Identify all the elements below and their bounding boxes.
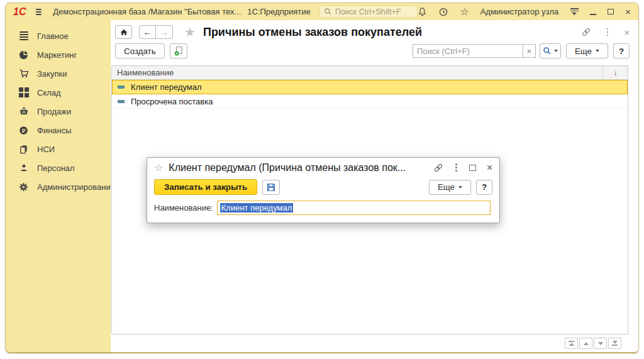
list-toolbar-right: Поиск (Ctrl+F) × Еще [413,43,630,58]
sidebar-item-nsi[interactable]: НСИ [6,140,111,158]
1c-logo: 1С [13,6,26,18]
basket-icon [18,106,29,116]
dialog-help-label: ? [482,182,487,192]
list-search-input[interactable]: Поиск (Ctrl+F) [413,44,523,58]
row-name: Просрочена поставка [131,97,213,106]
page-title: Причины отмены заказов покупателей [203,26,422,39]
scroll-down-button[interactable] [594,338,607,349]
search-icon [543,47,552,55]
global-search-input[interactable]: Поиск Ctrl+Shift+F [319,6,418,18]
chevron-down-icon [554,50,558,52]
floppy-save-icon [266,182,276,192]
app-window: 1С Демонстрационная база /Магазин "Бытов… [5,3,639,353]
search-icon [324,8,332,16]
name-input[interactable]: Клиент передумал [217,201,491,215]
star-outline-icon[interactable]: ☆ [154,163,163,173]
warehouse-grid-icon [18,87,29,97]
more-button-label: Еще [575,47,592,56]
clear-search-button[interactable]: × [523,44,536,58]
sidebar-item-label: Маркетинг [37,50,77,60]
scroll-up-button[interactable] [579,338,592,349]
sidebar-item-main[interactable]: Главное [6,26,111,45]
sidebar-item-label: Продажи [37,107,71,116]
get-link-icon[interactable] [581,27,591,37]
topbar-right-cluster: ☆ Администратор узла × [418,7,631,17]
form-more-icon[interactable] [606,27,610,38]
dialog-titlebar-icons: × [433,162,492,173]
list-toolbar: Создать Поиск (Ctrl+F) [111,41,638,62]
dialog-toolbar: Записать и закрыть Еще [147,177,499,199]
sidebar-item-sales[interactable]: Продажи [6,102,111,121]
dialog-more-button[interactable]: Еще [429,180,471,195]
item-dialog: ☆ Клиент передумал (Причина отмены заказ… [147,157,500,223]
more-button[interactable]: Еще [566,43,608,58]
save-and-close-button[interactable]: Записать и закрыть [154,179,257,195]
user-name[interactable]: Администратор узла [480,7,559,16]
history-nav-group: ← → [139,25,173,39]
sidebar: Главное Маркетинг Закупки Скла [6,20,111,352]
sidebar-item-administration[interactable]: Администрирование [6,177,111,196]
save-button[interactable] [262,180,280,195]
list-search-placeholder: Поиск (Ctrl+F) [417,47,470,56]
dialog-maximize-button[interactable] [469,165,476,171]
sidebar-item-label: Склад [37,88,61,97]
catalog-item-icon [118,100,125,103]
table-row[interactable]: Клиент передумал [112,80,628,94]
close-button[interactable]: × [625,7,631,16]
dialog-help-button[interactable]: ? [476,180,492,195]
pie-chart-icon [18,50,29,60]
table-row[interactable]: Просрочена поставка [112,94,628,109]
scroll-bottom-button[interactable] [608,338,621,349]
reference-books-icon [18,145,29,154]
dialog-form: Наименование: Клиент передумал [147,199,499,223]
close-form-button[interactable]: × [624,28,630,37]
sidebar-item-marketing[interactable]: Маркетинг [6,45,111,64]
forward-button[interactable]: → [156,25,173,39]
dialog-title: Клиент передумал (Причина отмены заказов… [169,162,406,174]
notifications-bell-icon[interactable] [418,7,427,16]
app-name-label: 1С:Предприятие [247,7,310,16]
favorites-star-icon[interactable]: ☆ [460,7,469,17]
dialog-more-icon[interactable] [454,162,458,173]
sort-indicator[interactable]: ↓ [602,66,628,79]
maximize-button[interactable] [608,9,614,14]
name-field-label: Наименование: [154,203,213,213]
global-search-placeholder: Поиск Ctrl+Shift+F [335,8,401,16]
create-button-label: Создать [124,47,156,56]
name-input-value: Клиент передумал [220,203,294,213]
topbar: 1С Демонстрационная база /Магазин "Бытов… [6,3,638,20]
help-button-label: ? [619,47,624,56]
back-button[interactable]: ← [139,25,156,39]
minimize-button[interactable] [590,8,596,16]
home-button[interactable] [115,25,132,39]
person-icon [18,163,29,172]
help-button[interactable]: ? [613,43,630,58]
scroll-top-button[interactable] [565,338,578,349]
sections-lines-icon [18,31,29,40]
save-and-close-label: Записать и закрыть [164,182,247,192]
copy-document-icon [174,46,184,56]
create-button[interactable]: Создать [115,43,165,58]
add-to-favorites-star-icon[interactable]: ★ [184,26,196,38]
service-menu-icon[interactable] [570,8,579,15]
sidebar-item-label: Финансы [37,126,72,135]
create-by-copy-button[interactable] [170,43,187,58]
dialog-titlebar: ☆ Клиент передумал (Причина отмены заказ… [147,158,499,177]
sidebar-item-warehouse[interactable]: Склад [6,83,111,102]
table-column-header[interactable]: Наименование ↓ [112,66,628,80]
search-options-button[interactable] [540,43,561,58]
history-icon[interactable] [438,7,448,17]
sidebar-item-finance[interactable]: Р Финансы [6,121,111,140]
sidebar-item-purchases[interactable]: Закупки [6,64,111,83]
svg-text:Р: Р [22,127,26,133]
sidebar-item-label: Администрирование [37,182,115,192]
main-menu-icon[interactable] [36,9,42,15]
get-link-icon[interactable] [433,163,443,173]
form-header-icons: × [581,27,630,38]
column-header-label: Наименование [117,68,174,77]
ruble-circle-icon: Р [18,126,29,135]
list-scroll-buttons [565,338,621,349]
sidebar-item-personnel[interactable]: Персонал [6,158,111,177]
sidebar-item-label: НСИ [37,145,55,154]
dialog-close-button[interactable]: × [487,163,492,173]
